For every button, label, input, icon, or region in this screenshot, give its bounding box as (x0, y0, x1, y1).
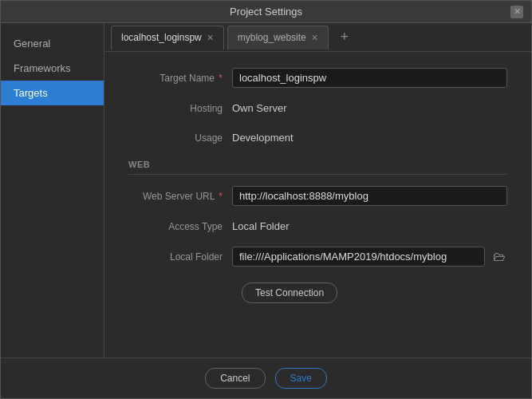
hosting-value: Own Server (232, 99, 507, 117)
local-folder-input[interactable] (232, 247, 485, 267)
cancel-button[interactable]: Cancel (205, 368, 265, 389)
test-connection-button[interactable]: Test Connection (242, 282, 337, 303)
tab-localhost-loginspw[interactable]: localhost_loginspw ✕ (111, 26, 224, 49)
sidebar: General Frameworks Targets (1, 23, 104, 358)
main-area: General Frameworks Targets localhost_log… (1, 23, 531, 358)
required-star: * (219, 73, 223, 84)
hosting-label: Hosting (128, 103, 232, 114)
tab-close-2[interactable]: ✕ (311, 33, 318, 43)
title-bar: Project Settings ✕ (1, 1, 531, 23)
dialog: Project Settings ✕ General Frameworks Ta… (0, 0, 532, 399)
usage-label: Usage (128, 132, 232, 144)
access-type-value: Local Folder (232, 217, 507, 235)
target-name-label: Target Name * (128, 73, 232, 84)
tabs-bar: localhost_loginspw ✕ myblog_website ✕ + (104, 23, 531, 52)
access-type-label: Access Type (128, 221, 232, 232)
target-name-input[interactable] (232, 68, 507, 88)
sidebar-item-frameworks[interactable]: Frameworks (1, 56, 104, 81)
folder-input-wrapper: 🗁 (232, 247, 507, 267)
form-row-target-name: Target Name * (128, 68, 507, 88)
footer: Cancel Save (1, 358, 531, 398)
form-row-local-folder: Local Folder 🗁 (128, 247, 507, 267)
save-button[interactable]: Save (275, 368, 327, 389)
tab-myblog-website[interactable]: myblog_website ✕ (227, 26, 329, 49)
dialog-title: Project Settings (230, 6, 302, 18)
close-button[interactable]: ✕ (510, 6, 523, 18)
content-area: localhost_loginspw ✕ myblog_website ✕ + … (104, 23, 531, 358)
tab-close-1[interactable]: ✕ (207, 33, 214, 43)
form-area: Target Name * Hosting Own Server Usage D… (104, 52, 531, 358)
form-row-access-type: Access Type Local Folder (128, 217, 507, 235)
form-row-web-server-url: Web Server URL * (128, 186, 507, 206)
sidebar-item-general[interactable]: General (1, 31, 104, 56)
local-folder-label: Local Folder (128, 251, 232, 263)
tab-add-button[interactable]: + (335, 28, 354, 47)
usage-value: Development (232, 128, 507, 147)
required-star-url: * (219, 191, 223, 202)
form-row-hosting: Hosting Own Server (128, 99, 507, 117)
form-row-usage: Usage Development (128, 128, 507, 147)
sidebar-item-targets[interactable]: Targets (1, 81, 104, 105)
web-server-url-input[interactable] (232, 186, 507, 206)
web-server-url-label: Web Server URL * (128, 191, 232, 202)
folder-browse-button[interactable]: 🗁 (491, 248, 507, 266)
web-section-label: WEB (128, 160, 507, 175)
